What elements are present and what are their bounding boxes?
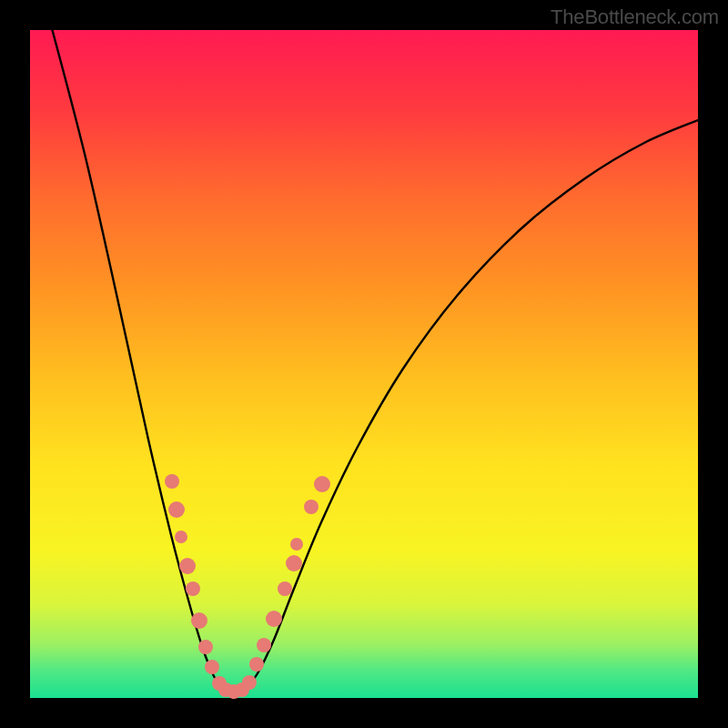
right-branch-dots-point (278, 581, 292, 596)
right-branch-dots-point (266, 611, 282, 627)
scatter-dots (165, 474, 330, 699)
valley-floor-dots-point (242, 675, 257, 690)
left-branch-dots-point (175, 531, 187, 543)
left-branch-dots-point (205, 660, 219, 674)
left-branch-dots-point (198, 640, 213, 654)
bottleneck-curve (46, 5, 698, 692)
plot-area (30, 30, 698, 698)
left-branch-dots-point (165, 474, 179, 489)
left-branch-dots-point (179, 558, 196, 574)
right-branch-dots-point (304, 500, 318, 514)
right-branch-dots-point (257, 638, 271, 652)
left-branch-dots-point (168, 501, 185, 518)
bottleneck-curve (46, 5, 698, 692)
right-branch-dots-point (249, 657, 264, 672)
chart-svg (30, 30, 698, 698)
right-branch-dots-point (314, 476, 330, 492)
right-branch-dots-point (290, 538, 303, 551)
chart-frame: TheBottleneck.com (0, 0, 728, 728)
left-branch-dots-point (186, 581, 200, 596)
attribution-text: TheBottleneck.com (551, 5, 719, 29)
right-branch-dots-point (286, 555, 302, 571)
left-branch-dots-point (191, 612, 207, 629)
